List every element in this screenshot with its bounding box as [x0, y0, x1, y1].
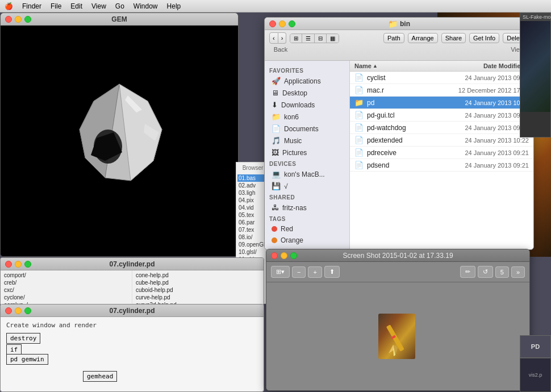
drive-icon: 💾 — [272, 182, 281, 190]
sidebar-item-macbook[interactable]: 💻 kon's MacB... — [265, 168, 349, 180]
sidebar-item-kon6[interactable]: 📁 kon6 — [265, 111, 349, 123]
documents-icon: 📄 — [272, 124, 281, 133]
sidebar-item-drive[interactable]: 💾 √ — [265, 180, 349, 192]
menu-edit[interactable]: Edit — [70, 2, 82, 10]
screenshot-zoom-out[interactable]: − — [292, 266, 306, 278]
menu-view[interactable]: View — [91, 2, 106, 10]
browser-item-02[interactable]: 02.adv — [237, 182, 268, 189]
get-info-button[interactable]: Get Info — [469, 33, 499, 43]
sort-arrow: ▲ — [373, 63, 378, 69]
column-view-button[interactable]: ⊟ — [315, 34, 327, 43]
sidebar-item-applications[interactable]: 🚀 Applications — [265, 75, 349, 87]
screenshot-more-btn[interactable]: » — [511, 266, 525, 278]
pd-filelist-content: comport/ creb/ cxc/ cyclone/ earplug~/ c… — [1, 270, 264, 306]
pdsend-icon: 📄 — [354, 161, 364, 169]
finder-toolbar: ‹ › ⊞ ☰ ⊟ ▦ Path Arrange Share Get Info … — [265, 30, 533, 61]
sidebar-item-tag-red[interactable]: Red — [265, 223, 349, 235]
patch-minimize[interactable] — [15, 307, 22, 314]
screenshot-page-btn[interactable]: 5 — [495, 266, 509, 278]
file-row-macr[interactable]: 📄 mac.r 12 December 2012 17:02 — [350, 84, 533, 97]
pd-filelist-minimize[interactable] — [15, 261, 22, 268]
screenshot-edit-btn[interactable]: ✏ — [460, 266, 475, 278]
pd-right-item-1: cone-help.pd — [135, 272, 261, 279]
gem-3d-render — [48, 67, 190, 215]
finder-close-button[interactable] — [269, 20, 276, 27]
browser-item-04b[interactable]: 04.vid — [237, 204, 268, 211]
browser-item-05[interactable]: 05.tex — [237, 211, 268, 219]
documents-label: Documents — [284, 125, 319, 133]
gem-minimize-button[interactable] — [15, 16, 22, 23]
pd-left-panel: comport/ creb/ cxc/ cyclone/ earplug~/ — [1, 270, 132, 306]
devices-title: DEVICES — [265, 159, 349, 168]
date-column-header[interactable]: Date Modified — [438, 62, 529, 69]
shared-title: SHARED — [265, 192, 349, 202]
sidebar-item-pictures[interactable]: 🖼 Pictures — [265, 147, 349, 159]
patch-box-gemwin[interactable]: pd gemwin — [6, 354, 48, 365]
path-button[interactable]: Path — [383, 33, 404, 43]
finder-maximize-button[interactable] — [289, 20, 295, 27]
browser-item-08[interactable]: 08.io/ — [237, 233, 268, 241]
sidebar-item-desktop[interactable]: 🖥 Desktop — [265, 87, 349, 99]
browser-item-03[interactable]: 03.ligh — [237, 189, 268, 197]
pdextended-date: 24 January 2013 10:22 — [438, 137, 529, 144]
sidebar-item-documents[interactable]: 📄 Documents — [265, 123, 349, 135]
screenshot-maximize[interactable] — [290, 252, 297, 259]
file-row-pdextended[interactable]: 📄 pdextended 24 January 2013 10:22 — [350, 134, 533, 147]
screenshot-view-btn[interactable]: ⊞▾ — [271, 266, 290, 278]
pd-watchdog-icon: 📄 — [354, 123, 364, 132]
sidebar-item-music[interactable]: 🎵 Music — [265, 135, 349, 147]
browser-item-09[interactable]: 09.openGL — [237, 241, 268, 248]
menu-file[interactable]: File — [51, 2, 61, 10]
list-view-button[interactable]: ☰ — [302, 34, 315, 43]
browser-item-06[interactable]: 06.par — [237, 219, 268, 226]
finder-minimize-button[interactable] — [279, 20, 286, 27]
pd-right-item-4: curve-help.pd — [135, 294, 261, 301]
browser-item-10[interactable]: 10.glsl/ — [237, 248, 268, 256]
gem-close-button[interactable] — [5, 16, 12, 23]
cover-view-button[interactable]: ▦ — [327, 34, 339, 43]
browser-item-04a[interactable]: 04.pix — [237, 197, 268, 204]
menu-window[interactable]: Window — [133, 2, 158, 10]
screenshot-zoom-in[interactable]: + — [308, 266, 322, 278]
file-row-pd-gui[interactable]: 📄 pd-gui.tcl 24 January 2013 09:21 — [350, 109, 533, 122]
patch-box-destroy[interactable]: destroy — [6, 333, 40, 344]
apple-menu[interactable]: 🍎 — [5, 2, 13, 10]
patch-maximize[interactable] — [24, 307, 31, 314]
patch-close[interactable] — [5, 307, 12, 314]
pd-list-item-4: cyclone/ — [3, 294, 130, 301]
file-row-cyclist[interactable]: 📄 cyclist 24 January 2013 09:23 — [350, 72, 533, 84]
forward-button[interactable]: › — [278, 32, 287, 44]
sidebar-item-tag-orange[interactable]: Orange — [265, 235, 349, 246]
sidebar-item-fritz-nas[interactable]: 🖧 fritz-nas — [265, 202, 349, 214]
pd-label: PD — [531, 343, 540, 350]
icon-view-button[interactable]: ⊞ — [290, 34, 302, 43]
screenshot-rotate-btn[interactable]: ↺ — [478, 266, 493, 278]
screenshot-share-btn[interactable]: ⬆ — [324, 266, 340, 278]
cyclist-name: cyclist — [367, 74, 386, 82]
menu-finder[interactable]: Finder — [22, 2, 41, 10]
name-column-header[interactable]: Name ▲ — [354, 62, 438, 69]
file-row-pdreceive[interactable]: 📄 pdreceive 24 January 2013 09:21 — [350, 147, 533, 159]
gem-window: GEM — [0, 12, 239, 257]
screenshot-minimize[interactable] — [281, 252, 287, 259]
pd-filelist-maximize[interactable] — [24, 261, 31, 268]
back-button[interactable]: ‹ — [269, 32, 278, 44]
browser-item-07[interactable]: 07.tex — [237, 226, 268, 233]
arrange-button[interactable]: Arrange — [408, 33, 438, 43]
file-row-pd[interactable]: 📁 pd 24 January 2013 10:21 — [350, 97, 533, 109]
pd-watchdog-name: pd-watchdog — [367, 124, 406, 132]
pd-label-window: PD — [520, 335, 551, 358]
menu-help[interactable]: Help — [167, 2, 181, 10]
cyclist-date: 24 January 2013 09:23 — [438, 74, 529, 81]
patch-box-gemhead[interactable]: gemhead — [83, 371, 117, 382]
sidebar-item-downloads[interactable]: ⬇ Downloads — [265, 99, 349, 111]
pd-filelist-close[interactable] — [5, 261, 12, 268]
screenshot-close[interactable] — [271, 252, 278, 259]
pd-right-panel: cone-help.pd cube-help.pd cuboid-help.pd… — [132, 270, 264, 306]
file-row-pdsend[interactable]: 📄 pdsend 24 January 2013 09:21 — [350, 159, 533, 172]
share-button[interactable]: Share — [441, 33, 466, 43]
file-row-pd-watchdog[interactable]: 📄 pd-watchdog 24 January 2013 09:21 — [350, 122, 533, 134]
browser-item-01[interactable]: 01.bas — [237, 174, 268, 182]
menu-go[interactable]: Go — [115, 2, 124, 10]
gem-maximize-button[interactable] — [24, 16, 31, 23]
